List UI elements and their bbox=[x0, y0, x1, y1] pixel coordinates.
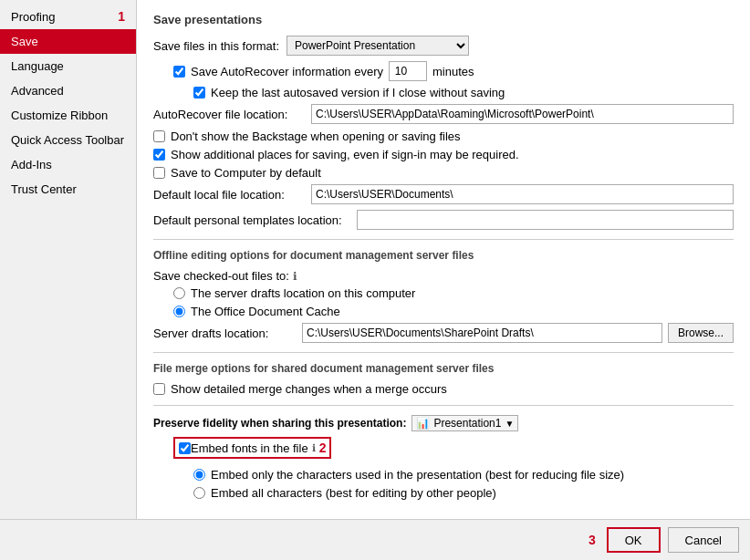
info-icon-embed: ℹ bbox=[312, 442, 316, 454]
sidebar-item-proofing[interactable]: Proofing 1 bbox=[0, 4, 136, 29]
radio-office-cache-row: The Office Document Cache bbox=[173, 305, 734, 318]
sidebar-item-trust-center[interactable]: Trust Center bbox=[0, 177, 136, 202]
radio-server-drafts[interactable] bbox=[173, 287, 185, 299]
show-additional-label: Show additional places for saving, even … bbox=[171, 148, 519, 161]
sidebar-item-label: Add-Ins bbox=[11, 158, 52, 171]
radio-embed-chars[interactable] bbox=[193, 469, 205, 481]
cancel-button[interactable]: Cancel bbox=[668, 527, 739, 553]
minutes-label: minutes bbox=[432, 65, 474, 78]
number-badge-3: 3 bbox=[589, 533, 596, 547]
format-select[interactable]: PowerPoint Presentation bbox=[286, 36, 469, 56]
sidebar-item-label: Save bbox=[11, 35, 38, 48]
sidebar-item-label: Advanced bbox=[11, 84, 64, 98]
embed-fonts-label: Embed fonts in the file bbox=[191, 441, 308, 455]
save-computer-row: Save to Computer by default bbox=[153, 166, 734, 180]
radio-office-cache-label: The Office Document Cache bbox=[191, 305, 340, 318]
keep-last-checkbox[interactable] bbox=[193, 87, 205, 99]
ok-button[interactable]: OK bbox=[607, 527, 661, 553]
autorecover-label: Save AutoRecover information every bbox=[191, 65, 383, 78]
embed-fonts-container: Embed fonts in the file ℹ 2 bbox=[173, 437, 734, 463]
preserve-label: Preserve fidelity when sharing this pres… bbox=[153, 417, 406, 430]
embed-all-row: Embed all characters (best for editing b… bbox=[193, 486, 734, 500]
info-icon: ℹ bbox=[293, 270, 297, 283]
section-save-title: Save presentations bbox=[153, 13, 734, 26]
sidebar-item-save[interactable]: Save bbox=[0, 29, 136, 54]
embed-all-label: Embed all characters (best for editing b… bbox=[211, 486, 496, 500]
number-badge-2: 2 bbox=[319, 441, 327, 455]
offline-section-title: Offline editing options for document man… bbox=[153, 249, 734, 262]
radio-server-drafts-row: The server drafts location on this compu… bbox=[173, 286, 734, 300]
embed-fonts-highlight: Embed fonts in the file ℹ 2 bbox=[173, 437, 331, 459]
embed-chars-label: Embed only the characters used in the pr… bbox=[211, 468, 624, 482]
sidebar: Proofing 1 Save Language Advanced Custom… bbox=[0, 0, 137, 519]
footer: 3 OK Cancel bbox=[0, 519, 750, 560]
sidebar-item-advanced[interactable]: Advanced bbox=[0, 78, 136, 103]
show-additional-checkbox[interactable] bbox=[153, 149, 165, 161]
save-computer-label: Save to Computer by default bbox=[171, 166, 321, 180]
chevron-down-icon: ▼ bbox=[505, 419, 514, 429]
embed-chars-row: Embed only the characters used in the pr… bbox=[193, 468, 734, 482]
save-computer-checkbox[interactable] bbox=[153, 167, 165, 179]
sidebar-item-label: Language bbox=[11, 59, 64, 73]
presentation-name: Presentation1 bbox=[433, 417, 501, 430]
keep-last-label: Keep the last autosaved version if I clo… bbox=[211, 86, 505, 99]
sidebar-item-label: Customize Ribbon bbox=[11, 109, 108, 122]
minutes-input-container: 10 bbox=[389, 61, 427, 81]
sidebar-item-language[interactable]: Language bbox=[0, 54, 136, 78]
default-templates-row: Default personal templates location: bbox=[153, 210, 734, 230]
server-drafts-row: Server drafts location: C:\Users\USER\Do… bbox=[153, 323, 734, 343]
autorecover-location-input[interactable]: C:\Users\USER\AppData\Roaming\Microsoft\… bbox=[311, 104, 734, 124]
server-drafts-input[interactable]: C:\Users\USER\Documents\SharePoint Draft… bbox=[302, 323, 662, 343]
browse-button[interactable]: Browse... bbox=[668, 323, 734, 343]
save-format-row: Save files in this format: PowerPoint Pr… bbox=[153, 36, 734, 56]
main-content: Save presentations Save files in this fo… bbox=[137, 0, 750, 519]
autorecover-row: Save AutoRecover information every 10 mi… bbox=[173, 61, 734, 81]
show-additional-row: Show additional places for saving, even … bbox=[153, 148, 734, 161]
radio-server-drafts-label: The server drafts location on this compu… bbox=[191, 286, 415, 300]
save-format-label: Save files in this format: bbox=[153, 39, 279, 53]
autorecover-location-row: AutoRecover file location: C:\Users\USER… bbox=[153, 104, 734, 124]
server-drafts-label: Server drafts location: bbox=[153, 327, 295, 340]
sidebar-item-label: Trust Center bbox=[11, 182, 77, 196]
dont-show-backstage-label: Don't show the Backstage when opening or… bbox=[171, 130, 461, 143]
sidebar-item-add-ins[interactable]: Add-Ins bbox=[0, 152, 136, 177]
preserve-row: Preserve fidelity when sharing this pres… bbox=[153, 415, 734, 431]
default-local-label: Default local file location: bbox=[153, 188, 304, 202]
keep-last-row: Keep the last autosaved version if I clo… bbox=[193, 86, 734, 99]
separator-2 bbox=[153, 352, 734, 353]
autorecover-checkbox[interactable] bbox=[173, 66, 185, 78]
presentation-icon: 📊 bbox=[416, 417, 430, 430]
format-select-container: PowerPoint Presentation bbox=[286, 36, 469, 56]
sidebar-item-quick-access-toolbar[interactable]: Quick Access Toolbar bbox=[0, 128, 136, 152]
embed-fonts-checkbox[interactable] bbox=[179, 442, 191, 454]
file-merge-section-title: File merge options for shared document m… bbox=[153, 362, 734, 375]
dont-show-backstage-checkbox[interactable] bbox=[153, 130, 165, 142]
sidebar-item-label: Proofing bbox=[11, 10, 55, 24]
save-checked-label-row: Save checked-out files to: ℹ bbox=[153, 269, 734, 283]
sidebar-item-label: Quick Access Toolbar bbox=[11, 133, 124, 147]
default-templates-label: Default personal templates location: bbox=[153, 213, 349, 227]
autorecover-minutes-input[interactable]: 10 bbox=[389, 61, 427, 81]
radio-office-cache[interactable] bbox=[173, 306, 185, 317]
sidebar-item-customize-ribbon[interactable]: Customize Ribbon bbox=[0, 103, 136, 128]
sidebar-number-1: 1 bbox=[118, 9, 125, 24]
dont-show-backstage-row: Don't show the Backstage when opening or… bbox=[153, 130, 734, 143]
show-detailed-checkbox[interactable] bbox=[153, 383, 165, 395]
presentation-selector[interactable]: 📊 Presentation1 ▼ bbox=[411, 415, 518, 431]
default-local-row: Default local file location: C:\Users\US… bbox=[153, 184, 734, 204]
default-templates-input[interactable] bbox=[357, 210, 734, 230]
separator-1 bbox=[153, 239, 734, 240]
save-checked-label: Save checked-out files to: bbox=[153, 269, 289, 283]
show-detailed-label: Show detailed merge changes when a merge… bbox=[171, 382, 447, 396]
radio-embed-all[interactable] bbox=[193, 487, 205, 499]
separator-3 bbox=[153, 405, 734, 406]
autorecover-location-label: AutoRecover file location: bbox=[153, 108, 304, 121]
show-detailed-row: Show detailed merge changes when a merge… bbox=[153, 382, 734, 396]
default-local-input[interactable]: C:\Users\USER\Documents\ bbox=[311, 184, 734, 204]
